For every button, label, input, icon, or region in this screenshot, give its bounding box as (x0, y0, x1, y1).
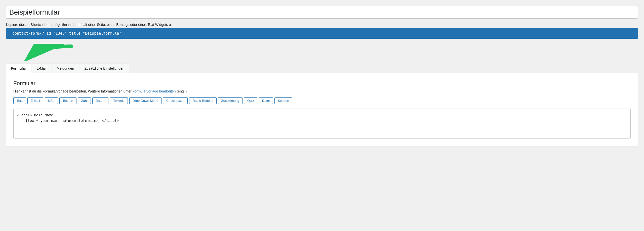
shortcode-bar[interactable]: [contact-form-7 id="1348" title="Beispie… (6, 28, 638, 39)
panel-description: Hier kannst du die Formularvorlage bearb… (13, 89, 631, 93)
tag-btn-zustimmung[interactable]: Zustimmung (218, 97, 243, 104)
page-wrapper: Kopiere diesen Shortcode und füge ihn in… (0, 0, 644, 231)
tag-btn-zahl[interactable]: Zahl (78, 97, 91, 104)
shortcode-label: Kopiere diesen Shortcode und füge ihn in… (6, 23, 638, 27)
tag-btn-dropdown[interactable]: Drop-Down Menü (129, 97, 162, 104)
tab-meldungen[interactable]: Meldungen (52, 64, 79, 73)
code-editor[interactable] (13, 109, 631, 139)
tag-btn-text[interactable]: Text (13, 97, 26, 104)
arrow-container (6, 46, 638, 61)
tag-btn-datum[interactable]: Datum (92, 97, 108, 104)
tag-btn-textfeld[interactable]: Textfeld (110, 97, 128, 104)
tag-buttons-row: Text E-Mail URL Telefon Zahl Datum Textf… (13, 97, 631, 104)
tab-email[interactable]: E-Mail (32, 64, 51, 73)
form-title-input[interactable] (6, 6, 638, 19)
tab-formular[interactable]: Formular (6, 64, 31, 73)
formular-panel: Formular Hier kannst du die Formularvorl… (6, 73, 638, 147)
tag-btn-telefon[interactable]: Telefon (59, 97, 76, 104)
panel-description-before: Hier kannst du die Formularvorlage bearb… (13, 89, 133, 93)
tag-btn-radio[interactable]: Radio-Buttons (189, 97, 216, 104)
tab-zusaetzliche[interactable]: Zusätzliche Einstellungen (80, 64, 129, 73)
tabs-row: Formular E-Mail Meldungen Zusätzliche Ei… (6, 63, 638, 73)
panel-title: Formular (13, 80, 631, 87)
tag-btn-quiz[interactable]: Quiz (244, 97, 257, 104)
green-arrow-icon (21, 44, 76, 61)
panel-description-after: (engl.). (176, 89, 188, 93)
tag-btn-datei[interactable]: Datei (259, 97, 273, 104)
tag-btn-url[interactable]: URL (45, 97, 58, 104)
tag-btn-senden[interactable]: Senden (274, 97, 292, 104)
tag-btn-checkboxen[interactable]: Checkboxen (163, 97, 188, 104)
tag-btn-email[interactable]: E-Mail (27, 97, 43, 104)
panel-description-link[interactable]: Formularvorlage bearbeiten (133, 89, 176, 93)
